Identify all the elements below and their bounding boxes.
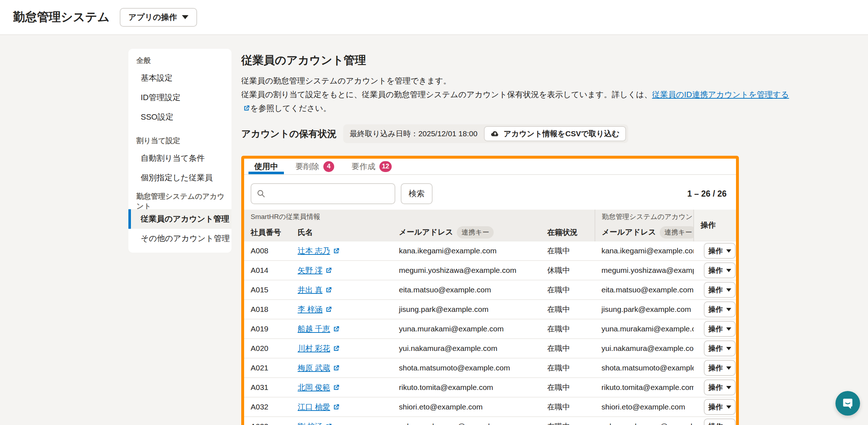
cell-employee-id: A018 [244,300,291,319]
sidebar-item-auto-assignment-conditions[interactable]: 自動割り当て条件 [128,149,231,168]
table-row: A008 辻本 志乃 kana.ikegami@example.com 在職中 … [244,241,736,261]
employee-name-link[interactable]: 辻本 志乃 [298,246,340,256]
chat-bubble-icon [841,397,854,410]
description-line-3: を参照してください。 [241,102,849,115]
caret-down-icon [726,249,731,253]
import-csv-button[interactable]: アカウント情報をCSVで取り込む [484,126,626,141]
employee-name-link[interactable]: 李 梓涵 [298,304,332,314]
tab-to-delete[interactable]: 要削除 4 [290,159,340,174]
employee-name-link[interactable]: 井出 真 [298,285,332,295]
help-link[interactable]: 従業員のID連携アカウントを管理する [652,90,789,99]
employee-name-link[interactable]: 矢野 澪 [298,265,332,275]
row-action-dropdown-button[interactable]: 操作 [704,399,736,415]
top-bar: 勤怠管理システム アプリの操作 [0,0,868,35]
external-link-icon[interactable] [243,104,250,112]
cell-actions: 操作 [694,378,736,397]
cell-email: shiori.eto@example.com [392,397,541,417]
cell-name: 矢野 澪 [291,261,392,280]
external-link-icon [325,306,332,313]
sidebar-item-individually-specified-employees[interactable]: 個別指定した従業員 [128,168,231,188]
tab-to-create-count-badge: 12 [379,161,392,172]
attendance-management-app: 勤怠管理システム アプリの操作 全般 基本設定 ID管理設定 SSO設定 割り当… [0,0,868,425]
row-action-dropdown-button[interactable]: 操作 [704,418,736,425]
cell-email: megumi.yoshizawa@example.com [392,261,541,280]
employee-name-link[interactable]: 梅原 武蔵 [298,363,340,373]
cell-email: jisung.park@example.com [392,300,541,319]
caret-down-icon [726,366,731,370]
cell-email: shota.matsumoto@example.com [392,358,541,378]
cell-actions: 操作 [694,417,736,425]
column-header-email: メールアドレス連携キー [392,224,541,241]
app-operations-menu-button[interactable]: アプリの操作 [120,8,197,27]
cell-employment-status: 在職中 [541,358,595,378]
cell-actions: 操作 [694,339,736,358]
tab-to-create-label: 要作成 [352,161,375,172]
cell-account-email: sakura.nakamura@example.com [595,417,694,425]
table-row: A031 北岡 俊範 rikuto.tomita@example.com 在職中… [244,378,736,397]
sidebar-item-id-management-settings[interactable]: ID管理設定 [128,88,231,107]
table-row: A015 井出 真 eita.matsuo@example.com 在職中 ei… [244,280,736,300]
external-link-icon [332,325,340,333]
cell-employment-status: 在職中 [541,397,595,417]
employee-name-link[interactable]: 劉 梓涵 [298,421,332,425]
settings-sidebar: 全般 基本設定 ID管理設定 SSO設定 割り当て設定 自動割り当て条件 個別指… [128,49,231,253]
cell-name: 川村 彩花 [291,339,392,358]
sidebar-section-attendance-accounts: 勤怠管理システムのアカウント [128,193,231,209]
tab-in-use[interactable]: 使用中 [248,159,284,174]
cell-name: 李 梓涵 [291,300,392,319]
cell-actions: 操作 [694,319,736,339]
caret-down-icon [726,288,731,292]
external-link-icon [325,423,332,425]
table-row: A018 李 梓涵 jisung.park@example.com 在職中 ji… [244,300,736,319]
employee-name-link[interactable]: 船越 千恵 [298,324,340,334]
table-row: A020 川村 彩花 yui.nakamura@example.com 在職中 … [244,339,736,358]
column-header-employee-id: 社員番号 [244,224,291,241]
employee-account-table: SmartHRの従業員情報 勤怠管理システムのアカウント情報 操作 社員番号 氏… [244,210,736,425]
linkage-key-badge: 連携キー [457,226,494,239]
search-button[interactable]: 検索 [401,183,433,204]
row-action-dropdown-button[interactable]: 操作 [704,243,736,259]
caret-down-icon [182,15,188,19]
cell-name: 北岡 俊範 [291,378,392,397]
external-link-icon [332,364,340,372]
sidebar-item-employee-account-management[interactable]: 従業員のアカウント管理 [128,209,231,229]
tab-to-delete-count-badge: 4 [323,161,334,172]
cell-employee-id: A033 [244,417,291,425]
app-title: 勤怠管理システム [13,9,110,25]
row-action-dropdown-button[interactable]: 操作 [704,340,736,356]
row-action-dropdown-button[interactable]: 操作 [704,301,736,317]
row-action-dropdown-button[interactable]: 操作 [704,282,736,298]
cell-employee-id: A021 [244,358,291,378]
cell-account-email: yui.nakamura@example.com [595,339,694,358]
cell-name: 梅原 武蔵 [291,358,392,378]
sidebar-item-sso-settings[interactable]: SSO設定 [128,107,231,127]
employee-name-link[interactable]: 川村 彩花 [298,343,340,353]
main-content: 従業員のアカウント管理 従業員の勤怠管理システムのアカウントを管理できます。 従… [241,49,849,425]
account-status-row: アカウントの保有状況 最終取り込み日時：2025/12/01 18:00 アカウ… [241,120,849,148]
employee-name-link[interactable]: 江口 柚愛 [298,402,340,412]
support-chat-button[interactable] [835,391,860,416]
external-link-icon [332,345,340,352]
cell-email: sakura.nakamura@example.com [392,417,541,425]
cell-actions: 操作 [694,241,736,261]
page-title: 従業員のアカウント管理 [241,53,849,68]
search-row: 検索 1 – 26 / 26 [244,175,736,210]
cell-email: eita.matsuo@example.com [392,280,541,300]
tab-to-create[interactable]: 要作成 12 [346,159,397,174]
cell-employment-status: 休職中 [541,261,595,280]
cell-employee-id: A020 [244,339,291,358]
search-input[interactable] [251,183,395,204]
last-import-box: 最終取り込み日時：2025/12/01 18:00 アカウント情報をCSVで取り… [343,124,628,143]
sidebar-item-other-account-management[interactable]: その他のアカウント管理 [128,229,231,248]
sidebar-item-basic-settings[interactable]: 基本設定 [128,68,231,88]
row-action-dropdown-button[interactable]: 操作 [704,379,736,395]
employee-name-link[interactable]: 北岡 俊範 [298,382,340,392]
cell-name: 江口 柚愛 [291,397,392,417]
external-link-icon [325,267,332,274]
cell-account-email: shiori.eto@example.com [595,397,694,417]
account-status-heading: アカウントの保有状況 [241,128,337,140]
tab-to-delete-label: 要削除 [295,161,319,172]
row-action-dropdown-button[interactable]: 操作 [704,262,736,278]
row-action-dropdown-button[interactable]: 操作 [704,360,736,376]
row-action-dropdown-button[interactable]: 操作 [704,321,736,337]
